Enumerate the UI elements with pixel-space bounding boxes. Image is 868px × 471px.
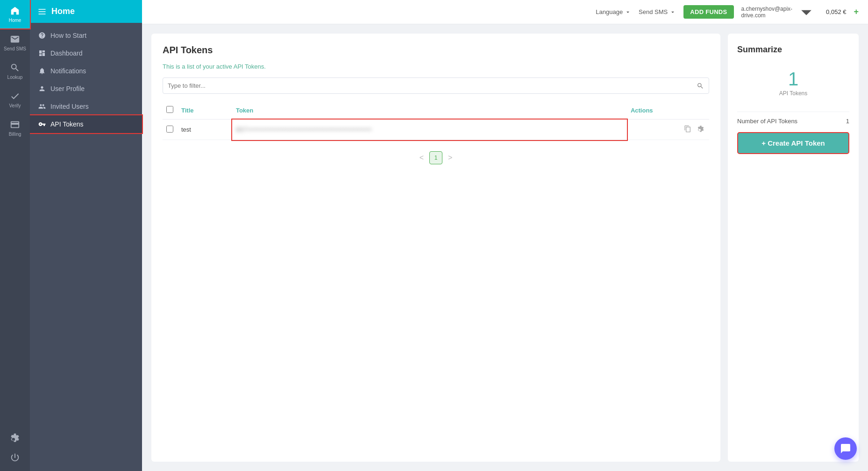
sidebar: Home How to Start Dashboard Notification… [30,0,142,471]
filter-input[interactable] [168,78,693,93]
summarize-title: Summarize [737,45,849,55]
summarize-count-label: API Tokens [779,90,807,97]
select-all-checkbox[interactable] [166,106,173,113]
action-icons [631,124,705,135]
table-row: test 867••••••••••••••••••••••••••••••••… [163,120,709,140]
prev-page-button[interactable]: < [418,154,426,162]
api-tokens-title: API Tokens [163,45,709,56]
col-title: Title [178,101,232,120]
summarize-row-label: Number of API Tokens [737,118,797,125]
summarize-number: 1 [788,70,798,88]
summarize-row: Number of API Tokens 1 [737,112,849,125]
copy-token-button[interactable] [683,124,692,135]
row-checkbox[interactable] [166,126,173,133]
settings-icon-btn[interactable] [0,428,30,448]
create-api-token-button[interactable]: + Create API Token [737,132,849,154]
delete-token-button[interactable] [696,124,705,135]
sidebar-nav-invited-users[interactable]: Invited Users [30,98,142,115]
token-value: 867•••••••••••••••••••••••••••••••••••••… [236,126,372,133]
hamburger-icon[interactable] [37,7,47,16]
user-chevron-icon [794,0,818,24]
sidebar-nav-dashboard[interactable]: Dashboard [30,44,142,62]
sidebar-item-home[interactable]: Home [0,0,30,28]
sidebar-nav-label: How to Start [50,32,86,39]
sidebar-item-send-sms[interactable]: Send SMS [0,28,30,57]
notifications-icon [38,67,46,75]
user-menu[interactable]: a.chernyshov@apix-drive.com [741,0,819,24]
topbar: Language Send SMS ADD FUNDS a.chernyshov… [142,0,868,24]
sidebar-nav-notifications[interactable]: Notifications [30,62,142,80]
sidebar-item-verify[interactable]: Verify [0,85,30,114]
language-chevron-icon [625,9,631,15]
sidebar-title: Home [51,7,75,16]
api-tokens-subtitle: This is a list of your active API Tokens… [163,63,709,70]
api-tokens-panel: API Tokens This is a list of your active… [151,34,720,462]
sidebar-nav: How to Start Dashboard Notifications Use… [30,23,142,137]
col-actions: Actions [627,101,709,120]
token-value-cell: 867•••••••••••••••••••••••••••••••••••••… [232,120,627,140]
token-table: Title Token Actions test 867••••••••••••… [163,101,709,140]
content-area: API Tokens This is a list of your active… [142,24,868,471]
balance-display: 0,052 € [826,8,846,15]
sidebar-item-lookup[interactable]: Lookup [0,57,30,85]
pagination: < 1 > [163,151,709,164]
language-selector[interactable]: Language [596,8,631,15]
summarize-panel: Summarize 1 API Tokens Number of API Tok… [728,34,859,462]
main-area: Language Send SMS ADD FUNDS a.chernyshov… [142,0,868,471]
send-sms-topbar[interactable]: Send SMS [639,8,676,15]
sidebar-nav-label: Invited Users [50,103,89,110]
user-profile-icon [38,85,46,92]
col-token: Token [232,101,627,120]
icon-bar: Home Send SMS Lookup Verify Billing [0,0,30,471]
search-icon [697,82,704,90]
next-page-button[interactable]: > [446,154,454,162]
sidebar-nav-how-to-start[interactable]: How to Start [30,27,142,44]
sidebar-nav-label: Notifications [50,67,86,75]
power-icon-btn[interactable] [0,448,30,467]
sidebar-header: Home [30,0,142,23]
summarize-row-value: 1 [846,118,849,125]
dashboard-icon [38,49,46,57]
icon-bar-bottom [0,428,30,471]
sidebar-nav-api-tokens[interactable]: API Tokens [30,115,142,133]
add-balance-icon[interactable]: + [854,7,859,17]
token-title-cell: test [178,120,232,140]
summarize-count-block: 1 API Tokens [737,62,849,104]
filter-row [163,77,709,94]
sidebar-item-billing[interactable]: Billing [0,114,30,142]
sidebar-nav-user-profile[interactable]: User Profile [30,80,142,98]
add-funds-button[interactable]: ADD FUNDS [683,5,733,19]
invited-users-icon [38,103,46,110]
page-1-button[interactable]: 1 [429,151,442,164]
how-to-start-icon [38,32,46,39]
send-sms-chevron-icon [669,9,676,15]
sidebar-nav-label: Dashboard [50,49,83,57]
chat-bubble[interactable] [834,437,857,460]
sidebar-nav-label: API Tokens [50,120,84,128]
sidebar-nav-label: User Profile [50,85,85,92]
api-tokens-icon [38,120,46,128]
